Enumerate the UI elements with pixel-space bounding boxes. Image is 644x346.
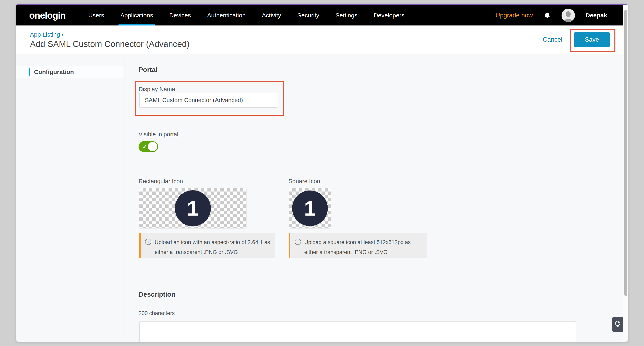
- nav-item-security[interactable]: Security: [298, 5, 319, 25]
- onelogin-one-icon: 1: [175, 190, 211, 226]
- nav-item-activity[interactable]: Activity: [262, 5, 281, 25]
- nav-links: Users Applications Devices Authenticatio…: [88, 5, 404, 25]
- header-titles: App Listing / Add SAML Custom Connector …: [16, 30, 190, 49]
- save-button[interactable]: Save: [574, 32, 610, 47]
- portal-section-heading: Portal: [138, 66, 158, 74]
- display-name-input[interactable]: [139, 93, 278, 108]
- onelogin-one-icon: 1: [292, 190, 328, 226]
- square-icon-upload[interactable]: 1: [289, 188, 331, 228]
- character-count-label: 200 characters: [138, 310, 175, 317]
- toggle-knob: [148, 142, 157, 151]
- info-icon: i: [145, 239, 151, 245]
- info-icon: i: [295, 239, 301, 245]
- sidebar-item-configuration[interactable]: Configuration: [16, 66, 124, 78]
- display-name-label: Display Name: [138, 86, 175, 93]
- nav-right-group: Upgrade now Deepak: [496, 9, 623, 22]
- page-title: Add SAML Custom Connector (Advanced): [30, 39, 190, 49]
- user-avatar[interactable]: [562, 9, 575, 22]
- nav-item-developers[interactable]: Developers: [374, 5, 404, 25]
- description-section-heading: Description: [138, 291, 176, 298]
- nav-item-applications[interactable]: Applications: [120, 5, 153, 25]
- cancel-button[interactable]: Cancel: [543, 36, 562, 43]
- top-nav: onelogin Users Applications Devices Auth…: [16, 5, 623, 25]
- page-header: App Listing / Add SAML Custom Connector …: [16, 25, 623, 54]
- header-actions: Cancel Save: [543, 32, 624, 47]
- nav-item-devices[interactable]: Devices: [169, 5, 191, 25]
- notification-bell-icon[interactable]: [543, 11, 551, 19]
- user-name[interactable]: Deepak: [586, 12, 607, 19]
- rectangular-icon-upload[interactable]: 1: [139, 188, 246, 228]
- upgrade-now-link[interactable]: Upgrade now: [496, 12, 533, 19]
- info-text: Upload an icon with an aspect-ratio of 2…: [154, 237, 270, 258]
- main-content: Configuration Portal Display Name Visibl…: [16, 54, 623, 342]
- square-icon-label: Square Icon: [288, 178, 320, 185]
- onelogin-logo[interactable]: onelogin: [29, 10, 66, 21]
- description-textarea[interactable]: [139, 321, 576, 342]
- app-window: onelogin Users Applications Devices Auth…: [16, 4, 628, 342]
- visible-toggle[interactable]: ✓: [138, 141, 158, 152]
- info-text: Upload a square icon at least 512x512px …: [304, 237, 411, 258]
- breadcrumb[interactable]: App Listing /: [30, 30, 190, 39]
- active-item-indicator: [29, 68, 30, 76]
- rectangular-icon-info-note: i Upload an icon with an aspect-ratio of…: [139, 233, 275, 258]
- scrollbar-track[interactable]: [623, 5, 628, 342]
- toggle-check-icon: ✓: [142, 143, 148, 150]
- square-icon-info-note: i Upload a square icon at least 512x512p…: [289, 233, 427, 258]
- visible-in-portal-label: Visible in portal: [138, 131, 178, 138]
- nav-item-authentication[interactable]: Authentication: [207, 5, 246, 25]
- sidebar-divider: [124, 54, 124, 342]
- rectangular-icon-label: Rectangular Icon: [138, 178, 183, 185]
- nav-item-settings[interactable]: Settings: [336, 5, 357, 25]
- nav-item-users[interactable]: Users: [88, 5, 104, 25]
- sidebar-item-label: Configuration: [34, 66, 74, 78]
- scrollbar-thumb[interactable]: [624, 10, 627, 296]
- help-lightbulb-button[interactable]: [612, 317, 623, 332]
